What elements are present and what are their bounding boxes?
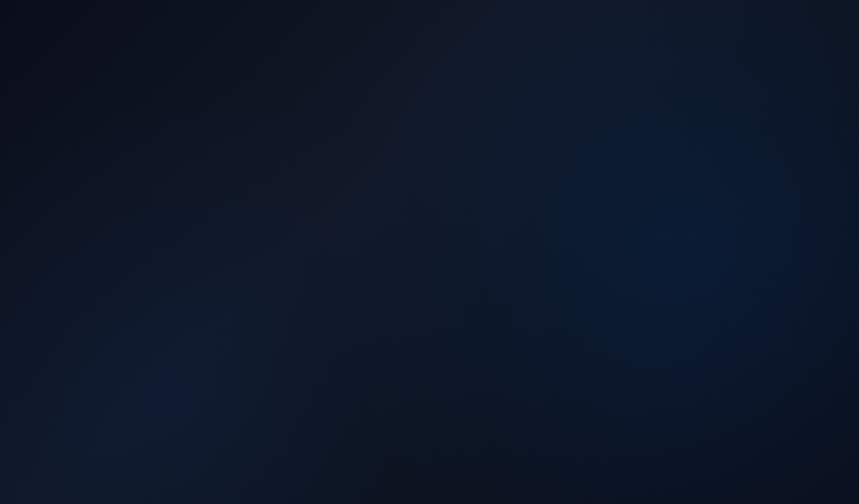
main-container: /ISUS UEFI BIOS Utility – Advanced Mode … <box>0 0 859 504</box>
bg-circuit <box>0 0 859 504</box>
